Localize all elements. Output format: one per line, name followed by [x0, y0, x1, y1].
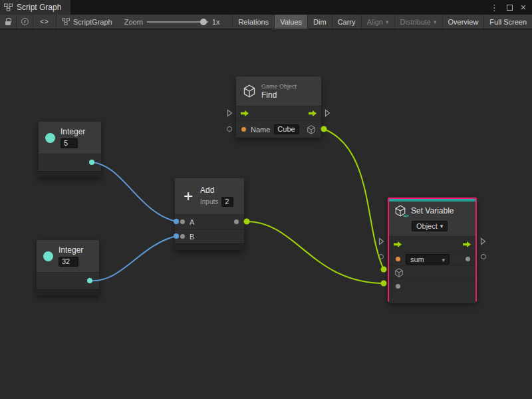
overview-button[interactable]: Overview [442, 15, 484, 29]
gameobject-output-port-icon[interactable] [307, 125, 316, 134]
wire-integer5-to-add-a [92, 162, 176, 221]
sum-output-port[interactable] [234, 219, 239, 224]
script-graph-icon [62, 18, 70, 25]
values-button[interactable]: Values [274, 15, 307, 29]
window-titlebar: Script Graph ⋮ × [0, 0, 532, 15]
set-variable-icon: <> [394, 205, 406, 217]
zoom-slider[interactable] [147, 15, 208, 29]
name-input-port[interactable] [241, 127, 246, 132]
tab-script-graph[interactable]: Script Graph [0, 0, 70, 15]
integer-value-field[interactable]: 5 [61, 138, 78, 148]
node-set-variable[interactable]: <> Set Variable Object sum [388, 198, 477, 302]
node-header: Integer 5 [39, 122, 101, 154]
inputs-label: Inputs [200, 198, 218, 205]
graph-canvas[interactable]: Integer 5 Integer 32 Game Object Find [0, 29, 532, 399]
zoom-value: 1x [212, 18, 220, 26]
window-controls: ⋮ × [490, 3, 532, 12]
port-row-a: A [175, 214, 244, 229]
lock-icon [5, 21, 11, 25]
node-header: + Add Inputs 2 [175, 178, 244, 214]
node-gameobject-find[interactable]: Game Object Find Name Cube [236, 76, 321, 138]
info-icon: i [21, 18, 29, 25]
node-footer [39, 171, 101, 177]
inspector-button[interactable]: i [17, 15, 33, 29]
toolbar-button-group: Relations Values Dim Carry Align Distrib… [232, 15, 532, 29]
flow-out-connector-icon[interactable] [480, 237, 486, 245]
input-port-a[interactable] [180, 219, 185, 224]
node-footer [175, 243, 244, 250]
node-port-row [39, 154, 101, 171]
input-port-b[interactable] [180, 234, 185, 239]
flow-in-connector-icon[interactable] [227, 109, 233, 117]
target-object-row [389, 265, 475, 279]
graph-icon [4, 3, 13, 11]
flow-in-arrow-icon[interactable] [240, 110, 249, 117]
integer-value-field[interactable]: 32 [59, 257, 78, 267]
flow-out-arrow-icon[interactable] [308, 110, 317, 117]
port-label: Name [251, 126, 270, 134]
node-header: Game Object Find [236, 76, 321, 106]
node-title: Integer [61, 127, 85, 136]
integer-icon [43, 251, 53, 261]
port-endpoint-add-out[interactable] [244, 219, 250, 225]
node-title: Integer [59, 245, 83, 255]
wire-find-to-setvariable-object [324, 129, 384, 269]
node-add[interactable]: + Add Inputs 2 A B [175, 178, 244, 250]
flow-in-arrow-icon[interactable] [393, 241, 402, 248]
name-input-field[interactable]: Cube [274, 124, 299, 134]
flow-in-connector-icon[interactable] [378, 237, 384, 245]
name-port-row: Name Cube [236, 120, 321, 138]
menu-kebab-icon[interactable]: ⋮ [490, 3, 499, 12]
lock-button[interactable] [0, 15, 16, 29]
name-in-connector[interactable] [378, 254, 384, 259]
node-integer-5[interactable]: Integer 5 [39, 122, 101, 177]
zoom-slider-thumb[interactable] [200, 19, 207, 25]
code-icon: <> [40, 18, 49, 25]
port-endpoint-setvar-value[interactable] [381, 281, 387, 287]
node-port-row [37, 272, 99, 289]
full-screen-button[interactable]: Full Screen [483, 15, 532, 29]
node-footer [37, 289, 99, 295]
graph-toolbar: i <> ScriptGraph Zoom 1x Relations Value… [0, 15, 532, 29]
wire-add-to-setvariable-value [247, 221, 384, 283]
maximize-icon[interactable] [507, 5, 513, 11]
zoom-label: Zoom [124, 18, 143, 26]
relations-button[interactable]: Relations [232, 15, 274, 29]
node-header: <> Set Variable Object [389, 201, 475, 236]
add-icon: + [182, 188, 195, 204]
node-title: Find [261, 90, 297, 100]
carry-button[interactable]: Carry [332, 15, 361, 29]
flow-out-arrow-icon[interactable] [462, 241, 471, 248]
value-input-row [389, 279, 475, 293]
zoom-slider-track [147, 21, 208, 23]
variable-scope-dropdown[interactable]: Object [412, 221, 448, 231]
node-body-spacer [389, 293, 475, 303]
graph-breadcrumb[interactable]: ScriptGraph [57, 18, 118, 26]
graph-name-label: ScriptGraph [73, 18, 112, 26]
node-title: Add [200, 186, 233, 195]
name-in-connector[interactable] [227, 126, 232, 132]
gameobject-input-port-icon[interactable] [394, 268, 404, 277]
port-endpoint-find-out[interactable] [321, 126, 327, 132]
node-integer-32[interactable]: Integer 32 [37, 240, 99, 295]
node-header: Integer 32 [37, 240, 99, 272]
inputs-count-field[interactable]: 2 [221, 197, 233, 207]
flow-out-connector-icon[interactable] [325, 109, 331, 117]
port-endpoint-setvar-object[interactable] [381, 267, 387, 273]
variable-name-dropdown[interactable]: sum [406, 254, 450, 265]
dim-button[interactable]: Dim [307, 15, 332, 29]
value-out-connector[interactable] [481, 254, 486, 259]
align-dropdown[interactable]: Align [361, 15, 394, 29]
variable-name-row: sum [389, 252, 475, 265]
edit-code-button[interactable]: <> [33, 15, 56, 29]
wire-integer32-to-add-b [90, 236, 176, 281]
distribute-dropdown[interactable]: Distribute [394, 15, 442, 29]
variable-name-port[interactable] [396, 257, 400, 261]
output-value-port[interactable] [466, 257, 470, 261]
port-label: A [190, 218, 194, 226]
flow-port-row [389, 236, 475, 252]
value-input-port[interactable] [396, 284, 400, 289]
node-title: Set Variable [411, 206, 454, 215]
close-icon[interactable]: × [521, 3, 526, 12]
node-category: Game Object [261, 83, 297, 90]
